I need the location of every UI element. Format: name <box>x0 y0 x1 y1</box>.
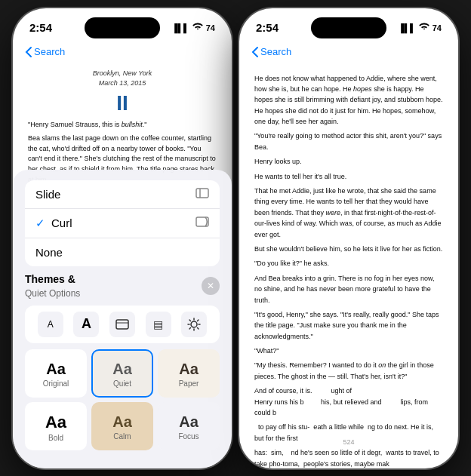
wifi-icon-right <box>419 23 429 32</box>
svg-line-13 <box>189 327 190 328</box>
option-curl-icon <box>195 217 209 229</box>
dynamic-island <box>85 17 160 38</box>
status-time-right: 2:54 <box>256 21 279 34</box>
brightness-button[interactable] <box>181 312 207 337</box>
wifi-icon <box>192 23 203 32</box>
font-controls-bar: A A ▤ <box>25 306 220 343</box>
theme-cards-grid: Aa Original Aa Quiet Aa Paper Aa Bold Aa <box>25 349 220 450</box>
theme-bold-aa: Aa <box>45 413 66 432</box>
dismiss-icon: ✕ <box>207 281 214 291</box>
right-para-11: And of course, it is. ught of <box>254 385 443 396</box>
nav-bar-right[interactable]: Search <box>239 45 458 63</box>
transition-options: Slide ✓ Curl None <box>25 180 220 266</box>
right-para-3: He wants to tell her it's all true. <box>254 171 443 182</box>
signal-icon: ▐▌▌ <box>171 23 189 32</box>
option-none-label: None <box>35 246 63 259</box>
theme-card-quiet[interactable]: Aa Quiet <box>91 349 153 398</box>
checkmark-icon: ✓ <box>35 217 45 230</box>
svg-line-12 <box>198 320 199 321</box>
phones-container: 2:54 ▐▌▌ 74 Search Brooklyn, New York <box>13 8 458 468</box>
theme-original-aa: Aa <box>46 361 66 378</box>
theme-card-bold[interactable]: Aa Bold <box>25 402 87 450</box>
left-phone: 2:54 ▐▌▌ 74 Search Brooklyn, New York <box>13 8 232 468</box>
svg-rect-3 <box>116 320 128 329</box>
svg-point-5 <box>191 321 197 327</box>
battery-icon: 74 <box>206 23 215 32</box>
right-para-9: "What?" <box>254 345 443 356</box>
theme-card-calm[interactable]: Aa Calm <box>91 402 153 450</box>
theme-card-paper[interactable]: Aa Paper <box>158 349 220 398</box>
right-para-14: has: sim, nd he's seen so little of it d… <box>254 447 443 468</box>
back-label-left: Search <box>34 46 65 57</box>
right-para-7: And Bea breaks into a grin. There is no … <box>254 273 443 306</box>
para-0: "Henry Samuel Strauss, this is bullshit.… <box>28 120 217 131</box>
right-para-2: Henry looks up. <box>254 156 443 167</box>
theme-focus-label: Focus <box>178 432 199 441</box>
themes-title: Themes & Quiet Options <box>25 272 80 299</box>
status-icons-left: ▐▌▌ 74 <box>171 23 215 32</box>
back-label-right: Search <box>260 46 291 57</box>
themes-title-text: Themes & <box>25 273 75 285</box>
themes-header: Themes & Quiet Options ✕ <box>25 272 220 299</box>
right-para-0: He does not know what happened to Addie,… <box>254 73 443 127</box>
right-para-1: "You're really going to method actor thi… <box>254 131 443 152</box>
option-slide-icon <box>195 188 209 201</box>
option-curl[interactable]: ✓ Curl <box>25 209 220 238</box>
theme-calm-aa: Aa <box>112 413 132 431</box>
book-location-line1: Brooklyn, New York <box>28 69 217 79</box>
option-none[interactable]: None <box>25 238 220 266</box>
increase-font-button[interactable]: A <box>73 312 99 337</box>
right-para-8: "It's good, Henry," she says. "It's real… <box>254 309 443 342</box>
right-phone: 2:54 ▐▌▌ 74 Search He does not know what… <box>239 8 458 468</box>
svg-line-11 <box>198 327 199 328</box>
theme-card-original[interactable]: Aa Original <box>25 349 87 398</box>
right-para-10: "My thesis. Remember? I wanted to do it … <box>254 360 443 382</box>
decrease-font-button[interactable]: A <box>38 312 63 337</box>
layout-icon-button[interactable] <box>109 312 135 337</box>
status-icons-right: ▐▌▌ 74 <box>398 23 442 32</box>
theme-calm-label: Calm <box>113 432 131 441</box>
right-para-6: "Do you like it?" he asks. <box>254 258 443 269</box>
theme-bold-label: Bold <box>48 434 63 442</box>
theme-paper-aa: Aa <box>179 361 199 378</box>
right-para-5: But she wouldn't believe him, so he lets… <box>254 244 443 254</box>
svg-line-10 <box>189 320 190 321</box>
text-style-button[interactable]: ▤ <box>146 312 171 337</box>
svg-rect-0 <box>196 189 208 198</box>
book-location-line2: March 13, 2015 <box>28 78 217 89</box>
nav-bar-left[interactable]: Search <box>13 45 232 63</box>
right-book-content: He does not know what happened to Addie,… <box>239 63 458 468</box>
theme-card-focus[interactable]: Aa Focus <box>158 402 220 450</box>
page-number: 524 <box>343 438 354 446</box>
battery-icon-right: 74 <box>433 23 442 32</box>
text-style-icon: ▤ <box>153 318 163 330</box>
theme-original-label: Original <box>43 379 69 388</box>
overlay-panel: Slide ✓ Curl None <box>13 170 232 468</box>
signal-icon-right: ▐▌▌ <box>398 23 415 32</box>
option-curl-label: Curl <box>51 217 72 229</box>
themes-subtitle-text: Quiet Options <box>25 288 80 299</box>
theme-quiet-label: Quiet <box>113 379 131 388</box>
large-a-label: A <box>82 316 91 332</box>
dynamic-island-right <box>311 17 386 38</box>
back-button-left[interactable]: Search <box>25 46 65 58</box>
theme-focus-aa: Aa <box>179 413 199 431</box>
theme-paper-label: Paper <box>179 379 199 388</box>
right-para-4: That he met Addie, just like he wrote, t… <box>254 186 443 240</box>
small-a-label: A <box>48 319 54 330</box>
back-button-right[interactable]: Search <box>251 46 291 58</box>
option-slide-label: Slide <box>35 188 60 201</box>
book-header: Brooklyn, New York March 13, 2015 <box>28 69 217 90</box>
dismiss-button[interactable]: ✕ <box>202 277 220 295</box>
chapter-number: II <box>28 92 217 115</box>
option-slide[interactable]: Slide <box>25 180 220 209</box>
right-para-12: Henry runs his b his, but relieved and l… <box>254 397 443 419</box>
theme-quiet-aa: Aa <box>112 361 132 378</box>
status-time-left: 2:54 <box>29 21 52 34</box>
